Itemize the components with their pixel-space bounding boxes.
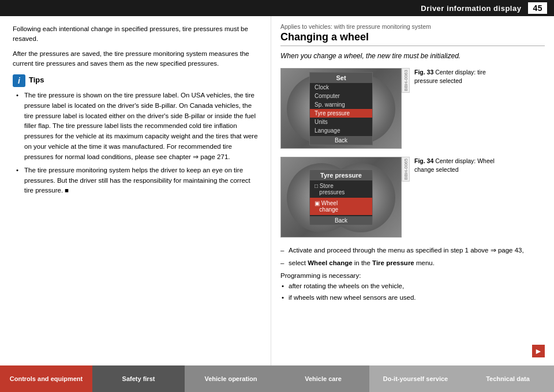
footer-tab-diy[interactable]: Do-it-yourself service xyxy=(369,365,462,392)
footer-tab-vehicle-op[interactable]: Vehicle operation xyxy=(185,365,277,392)
fig1-vert-label: BBH-0063 xyxy=(402,68,410,93)
fig2-menu-header: Tyre pressure xyxy=(310,170,372,180)
fig1-item-units: Units xyxy=(310,118,372,126)
intro-italic: When you change a wheel, the new tire mu… xyxy=(280,51,545,61)
fig1-caption-bold: Fig. 33 xyxy=(414,69,433,76)
page-number: 45 xyxy=(528,2,547,14)
fig1-item-computer: Computer xyxy=(310,92,372,100)
fig1-menu-panel: Set Clock Computer Sp. warning Tyre pres… xyxy=(309,72,373,145)
fig1-item-spwarning: Sp. warning xyxy=(310,100,372,109)
figure-2-row: Tyre pressure □ Store pressures ▣ Wheel … xyxy=(280,157,545,238)
footer-tab-vehicle-care[interactable]: Vehicle care xyxy=(277,365,369,392)
tips-box: i Tips xyxy=(13,74,260,87)
fig2-menu-panel: Tyre pressure □ Store pressures ▣ Wheel … xyxy=(309,169,373,225)
next-arrow[interactable]: ► xyxy=(532,345,545,357)
prog-bullet-1: after rotating the wheels on the vehicle… xyxy=(280,281,545,292)
fig1-item-tyrepressure: Tyre pressure xyxy=(310,109,372,118)
fig1-item-language: Language xyxy=(310,126,372,135)
figure-1-row: Set Clock Computer Sp. warning Tyre pres… xyxy=(280,68,545,149)
tips-bullet-2: The tire pressure monitoring system help… xyxy=(16,165,260,196)
fig1-menu-footer: Back xyxy=(310,136,372,145)
prog-bullet-2: if wheels with new wheel sensors are use… xyxy=(280,293,545,303)
main-content: Following each intentional change in spe… xyxy=(0,16,554,370)
fig2-caption: Fig. 34 Center display: Wheel change sel… xyxy=(414,157,507,174)
prog-label: Programming is necessary: xyxy=(280,272,545,279)
header-title: Driver information display xyxy=(421,4,521,13)
figure-1-box: Set Clock Computer Sp. warning Tyre pres… xyxy=(280,68,402,149)
footer-nav: Controls and equip­ment Safety first Veh… xyxy=(0,365,554,392)
applies-label: Applies to vehicles: with tire pressure … xyxy=(280,23,545,30)
tips-label: Tips xyxy=(29,76,44,84)
right-column: Applies to vehicles: with tire pressure … xyxy=(271,16,554,370)
page-header: Driver information display 45 xyxy=(0,0,554,16)
tips-bullet-1: The tire pressure is shown on the tire p… xyxy=(16,91,260,163)
fig1-caption: Fig. 33 Center display: tire pressure se… xyxy=(414,68,507,85)
fig1-item-clock: Clock xyxy=(310,83,372,92)
fig2-item-wheelchange: ▣ Wheel change xyxy=(310,198,372,215)
left-column: Following each intentional change in spe… xyxy=(0,16,271,370)
footer-tab-controls[interactable]: Controls and equip­ment xyxy=(0,365,92,392)
fig2-caption-bold: Fig. 34 xyxy=(414,157,433,164)
step-1: Activate and proceed through the menu as… xyxy=(280,246,545,256)
fig2-item-storepressures: □ Store pressures xyxy=(310,180,372,198)
intro-para2: After the pressures are saved, the tire … xyxy=(13,49,260,69)
footer-tab-safety[interactable]: Safety first xyxy=(92,365,185,392)
fig2-menu-footer: Back xyxy=(310,216,372,225)
figure-2-box: Tyre pressure □ Store pressures ▣ Wheel … xyxy=(280,157,402,238)
fig1-menu-header: Set xyxy=(310,73,372,83)
step-2: select Wheel change in the Tire pressure… xyxy=(280,258,545,269)
info-icon: i xyxy=(13,74,25,87)
step2-bold2: Tire pressure xyxy=(372,259,414,266)
intro-para1: Following each intentional change in spe… xyxy=(13,24,260,44)
step2-bold1: Wheel change xyxy=(308,259,352,266)
footer-tab-technical[interactable]: Technical data xyxy=(462,365,554,392)
section-title: Changing a wheel xyxy=(280,31,545,46)
fig2-vert-label: BBH-0065 xyxy=(402,157,410,182)
